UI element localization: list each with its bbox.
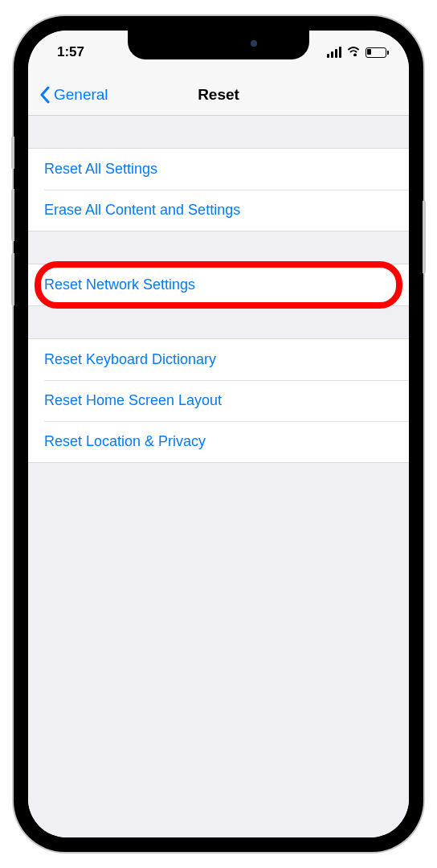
- reset-keyboard-dictionary[interactable]: Reset Keyboard Dictionary: [28, 339, 409, 380]
- battery-icon: [366, 47, 386, 58]
- chevron-left-icon: [39, 86, 51, 104]
- back-label: General: [54, 86, 108, 104]
- erase-all-content-and-settings[interactable]: Erase All Content and Settings: [28, 190, 409, 231]
- content: Reset All Settings Erase All Content and…: [28, 148, 409, 837]
- group-1: Reset All Settings Erase All Content and…: [28, 148, 409, 231]
- reset-network-settings[interactable]: Reset Network Settings: [28, 264, 409, 305]
- row-label: Reset Network Settings: [44, 276, 195, 293]
- group-2: Reset Network Settings: [28, 264, 409, 306]
- nav-bar: General Reset: [28, 74, 409, 116]
- notch: [128, 31, 309, 59]
- cellular-signal-icon: [327, 47, 341, 58]
- phone-frame: 1:57: [14, 16, 423, 852]
- reset-location-and-privacy[interactable]: Reset Location & Privacy: [28, 421, 409, 462]
- reset-all-settings[interactable]: Reset All Settings: [28, 149, 409, 190]
- wifi-icon: [346, 45, 361, 59]
- row-label: Reset Location & Privacy: [44, 433, 206, 450]
- group-3: Reset Keyboard Dictionary Reset Home Scr…: [28, 338, 409, 463]
- reset-home-screen-layout[interactable]: Reset Home Screen Layout: [28, 380, 409, 421]
- row-label: Reset Keyboard Dictionary: [44, 351, 216, 368]
- back-button[interactable]: General: [39, 86, 108, 104]
- row-label: Reset All Settings: [44, 161, 157, 178]
- screen: 1:57: [28, 31, 409, 837]
- row-label: Reset Home Screen Layout: [44, 392, 222, 409]
- row-label: Erase All Content and Settings: [44, 202, 240, 219]
- status-time: 1:57: [57, 44, 84, 60]
- page-title: Reset: [198, 86, 239, 104]
